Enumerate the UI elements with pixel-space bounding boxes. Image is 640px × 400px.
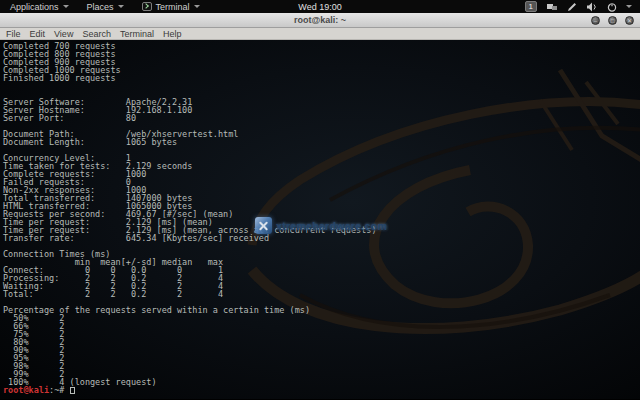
terminal-line [3, 82, 640, 90]
watermark-text: xtremehardware.com [276, 220, 387, 232]
terminal-line: 98% 2 [3, 362, 640, 370]
window-title-bar[interactable]: root@kali: ~ – □ ✕ [0, 13, 640, 28]
terminal-line: Transfer rate: 645.34 [Kbytes/sec] recei… [3, 234, 640, 242]
network-icon[interactable] [546, 2, 558, 12]
window-title: root@kali: ~ [294, 15, 346, 25]
terminal-line: 90% 2 [3, 346, 640, 354]
terminal-line: Document Length: 1065 bytes [3, 138, 640, 146]
terminal-cursor [70, 387, 75, 394]
maximize-button[interactable]: □ [608, 16, 617, 25]
terminal-viewport[interactable]: xtremehardware.com Completed 700 request… [0, 40, 640, 399]
terminal-line: 66% 2 [3, 322, 640, 330]
terminal-line: 80% 2 [3, 338, 640, 346]
workspace-indicator[interactable]: 1 [525, 1, 537, 12]
pen-icon[interactable] [567, 2, 577, 12]
terminal-line: Server Port: 80 [3, 114, 640, 122]
menu-edit[interactable]: Edit [30, 29, 46, 39]
menu-help[interactable]: Help [163, 29, 182, 39]
terminal-line: 50% 2 [3, 314, 640, 322]
prompt-user: root@kali [3, 385, 49, 395]
prompt-symbol: :~# [49, 385, 69, 395]
gnome-top-bar: Applications Places Terminal Wed 19:00 1 [0, 0, 640, 13]
close-button[interactable]: ✕ [625, 16, 634, 25]
menu-file[interactable]: File [6, 29, 21, 39]
terminal-line: Percentage of the requests served within… [3, 306, 640, 314]
prompt-line: root@kali:~# [3, 386, 640, 394]
terminal-line: Finished 1000 requests [3, 74, 640, 82]
volume-icon[interactable] [586, 2, 598, 12]
power-icon[interactable] [607, 2, 617, 12]
terminal-line: 75% 2 [3, 330, 640, 338]
menu-terminal[interactable]: Terminal [120, 29, 154, 39]
terminal-line: 100% 4 (longest request) [3, 378, 640, 386]
terminal-line: Total: 2 2 0.2 2 4 [3, 290, 640, 298]
terminal-line: 95% 2 [3, 354, 640, 362]
chevron-down-icon[interactable] [626, 5, 632, 8]
terminal-menu-bar: File Edit View Search Terminal Help [0, 28, 640, 40]
site-watermark: xtremehardware.com [255, 217, 387, 234]
menu-search[interactable]: Search [82, 29, 111, 39]
minimize-button[interactable]: – [591, 16, 600, 25]
menu-view[interactable]: View [54, 29, 73, 39]
xtremehardware-logo-icon [255, 217, 272, 234]
